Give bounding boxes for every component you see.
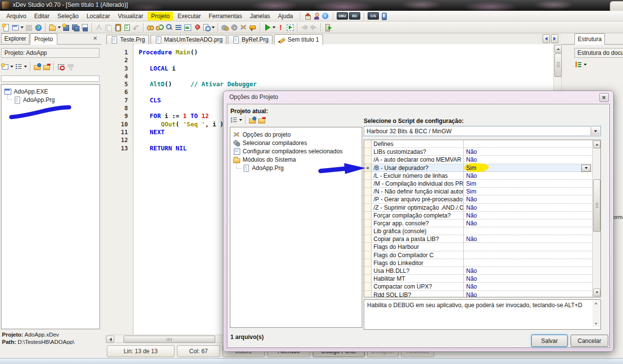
magdoc-icon[interactable] bbox=[202, 24, 210, 31]
tab-scroll-left-button[interactable] bbox=[543, 34, 550, 43]
copy-icon[interactable] bbox=[104, 24, 112, 31]
option-row-13[interactable]: Flags do Harbour bbox=[364, 243, 593, 251]
binoc-icon[interactable] bbox=[147, 24, 154, 31]
option-row-19[interactable]: Rdd SQL LIB?Não bbox=[364, 291, 593, 297]
cancel-button[interactable]: Cancelar bbox=[571, 335, 608, 347]
cut-icon[interactable] bbox=[95, 24, 103, 31]
fwd-icon[interactable] bbox=[310, 24, 318, 31]
view-mode-icon[interactable] bbox=[230, 116, 238, 124]
info-icon[interactable] bbox=[322, 12, 329, 20]
menu-janelas[interactable]: Janelas bbox=[247, 12, 274, 21]
dialog-close-button[interactable] bbox=[599, 93, 609, 102]
option-row-12[interactable]: Copiar para a pasta LIB?Não bbox=[364, 235, 593, 243]
dialog-tree-item-0[interactable]: Opções do projeto bbox=[233, 131, 291, 139]
list-icon[interactable] bbox=[123, 24, 131, 31]
winadd-dropdown-icon[interactable] bbox=[10, 66, 13, 68]
c/s-badge-icon[interactable]: C/S bbox=[368, 12, 379, 20]
binocr-icon[interactable] bbox=[156, 24, 164, 31]
wiz-icon[interactable] bbox=[313, 12, 321, 20]
option-row-5[interactable]: /M - Compilação individual dos PRGsSim bbox=[364, 180, 593, 188]
globe-icon[interactable] bbox=[34, 24, 42, 31]
diskmv-icon[interactable] bbox=[81, 24, 89, 31]
description-scrollbar[interactable] bbox=[593, 300, 600, 327]
option-row-3[interactable]: »/B - Usar depurador?Sim bbox=[364, 164, 593, 172]
option-row-2[interactable]: /A - auto declarar como MEMVARNão bbox=[364, 156, 593, 164]
win-dropdown-icon[interactable] bbox=[21, 26, 24, 28]
editor-tab-sem-t-tulo-1[interactable]: Sem título 1 bbox=[274, 34, 323, 45]
option-row-11[interactable]: Lib gráfica (console) bbox=[364, 227, 593, 235]
drill-icon[interactable] bbox=[249, 24, 257, 31]
excl-icon[interactable] bbox=[277, 24, 285, 31]
listv-dropdown-icon[interactable] bbox=[24, 66, 27, 68]
value-dropdown-button[interactable] bbox=[581, 165, 591, 172]
docnew-icon[interactable] bbox=[2, 24, 10, 31]
menu-arquivo[interactable]: Arquivo bbox=[3, 12, 30, 21]
dialog-tree-item-4[interactable]: AdoApp.Prg bbox=[242, 164, 284, 172]
option-row-17[interactable]: Habilitar MTNão bbox=[364, 275, 593, 283]
option-row-16[interactable]: Usa HB.DLL?Não bbox=[364, 267, 593, 275]
menu-visualizar[interactable]: Visualizar bbox=[114, 12, 147, 21]
ed-badge-icon[interactable]: ED bbox=[349, 12, 360, 20]
runbox-icon[interactable] bbox=[286, 24, 294, 31]
block-icon[interactable] bbox=[25, 24, 33, 31]
dialog-tree-item-2[interactable]: Configurar compiladores selecionados bbox=[233, 147, 343, 155]
combobox-dropdown-button[interactable] bbox=[591, 127, 600, 135]
exit-icon[interactable] bbox=[324, 24, 332, 31]
editor-tab-maisumtesteado-prg[interactable]: MaisUmTesteADO.prg bbox=[150, 35, 226, 44]
sort-dropdown-icon[interactable] bbox=[584, 64, 587, 66]
winadd-icon[interactable] bbox=[1, 63, 9, 71]
option-row-18[interactable]: Compactar com UPX?Não bbox=[364, 283, 593, 291]
gearrun-icon[interactable] bbox=[221, 24, 229, 31]
remove-file-icon[interactable] bbox=[258, 116, 266, 124]
panel-close-icon[interactable]: ✕ bbox=[92, 35, 99, 42]
option-row-10[interactable]: Forçar app. console?Não bbox=[364, 219, 593, 227]
lines-icon[interactable] bbox=[174, 24, 182, 31]
paste-icon[interactable] bbox=[114, 24, 122, 31]
option-row-6[interactable]: /N - Não definir função inicial autom.Si… bbox=[364, 188, 593, 195]
folder-dropdown-icon[interactable] bbox=[58, 26, 61, 28]
config-script-combobox[interactable]: Harbour 32 Bits & BCC / MinGW bbox=[364, 126, 601, 136]
dialog-tree-item-1[interactable]: Selecionar compiladores bbox=[233, 139, 307, 147]
folderplus-icon[interactable] bbox=[33, 63, 41, 71]
option-row-8[interactable]: /Z - Suprimir optimização .AND./.OR.Não bbox=[364, 204, 593, 212]
save-button[interactable]: Salvar bbox=[531, 335, 568, 347]
menu-executar[interactable]: Executar bbox=[174, 12, 204, 21]
folder-icon[interactable] bbox=[49, 24, 56, 31]
dialog-tree-item-3[interactable]: Módulos do Sistema bbox=[233, 156, 296, 164]
option-row-7[interactable]: /P - Gerar arquivo pré-processadoNão bbox=[364, 195, 593, 203]
editor-tab-teste-prg[interactable]: Teste.Prg bbox=[106, 35, 149, 44]
option-row-14[interactable]: Flags do Compilador C bbox=[364, 251, 593, 259]
play-icon[interactable] bbox=[263, 24, 271, 31]
tab-scroll-right-button[interactable] bbox=[551, 34, 558, 43]
tree-item-prg[interactable]: AdoApp.Prg bbox=[13, 96, 55, 104]
option-row-9[interactable]: Forçar compilação completa?Não bbox=[364, 212, 593, 219]
undo-icon[interactable] bbox=[132, 24, 140, 31]
add-file-icon[interactable] bbox=[249, 116, 256, 124]
status-column[interactable]: Col: 67 bbox=[177, 345, 220, 357]
back-icon[interactable] bbox=[300, 24, 308, 31]
phone-icon[interactable] bbox=[380, 12, 388, 20]
play-dropdown-icon[interactable] bbox=[273, 26, 275, 28]
tools-icon[interactable] bbox=[240, 24, 248, 31]
menu-localizar[interactable]: Localizar bbox=[83, 12, 113, 21]
status-line[interactable]: Lin: 13 de 13 bbox=[107, 345, 174, 357]
sort-icon[interactable] bbox=[574, 61, 582, 69]
disknew-icon[interactable] bbox=[62, 24, 70, 31]
magdoc-dropdown-icon[interactable] bbox=[212, 26, 215, 28]
home-icon[interactable] bbox=[304, 12, 312, 20]
folderout-icon[interactable] bbox=[43, 63, 50, 71]
menu-seleção[interactable]: Seleção bbox=[54, 12, 82, 21]
view-mode-dropdown-icon[interactable] bbox=[239, 119, 242, 121]
win-icon[interactable] bbox=[11, 24, 19, 31]
menu-ferramentas[interactable]: Ferramentas bbox=[205, 12, 246, 21]
menu-editar[interactable]: Editar bbox=[31, 12, 53, 21]
gear-icon[interactable] bbox=[230, 24, 238, 31]
option-row-4[interactable]: /L - Excluir número de linhasNão bbox=[364, 172, 593, 180]
diskall-icon[interactable] bbox=[72, 24, 79, 31]
table-icon[interactable] bbox=[57, 63, 65, 71]
dbu-badge-icon[interactable]: DBU bbox=[337, 12, 348, 20]
option-row-0[interactable]: Defines bbox=[364, 140, 593, 148]
editor-tab-byref-prg[interactable]: ByRef.Prg bbox=[228, 35, 273, 44]
grid-vertical-scrollbar[interactable] bbox=[592, 140, 600, 297]
hammer-icon[interactable] bbox=[66, 63, 74, 71]
